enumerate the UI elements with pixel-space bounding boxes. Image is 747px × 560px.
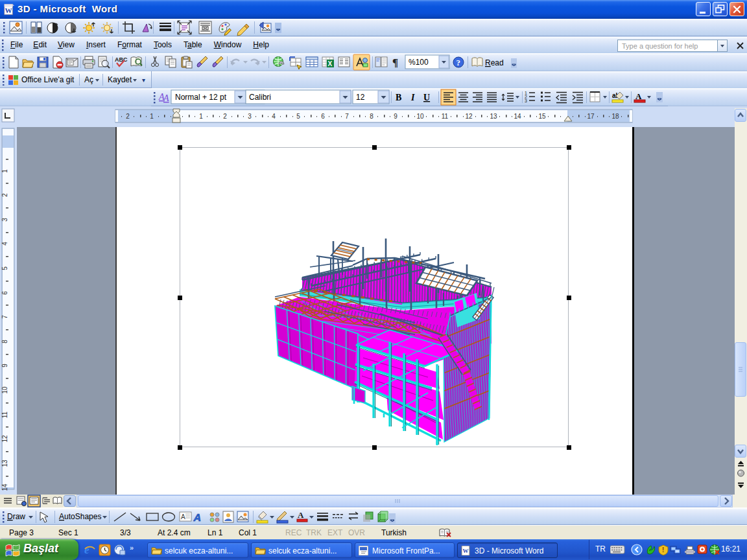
svg-text:13: 13 [490, 113, 497, 120]
svg-text:A: A [193, 511, 203, 523]
svg-text:13: 13 [1, 460, 8, 467]
svg-text:17: 17 [587, 113, 595, 120]
svg-text:3: 3 [1, 218, 8, 222]
svg-text:9: 9 [1, 364, 8, 368]
svg-text:5: 5 [1, 266, 8, 270]
svg-text:9: 9 [394, 113, 397, 120]
svg-text:8: 8 [1, 340, 8, 344]
svg-text:18: 18 [611, 113, 619, 120]
svg-text:A: A [181, 513, 185, 520]
svg-text:11: 11 [442, 113, 449, 120]
svg-text:4: 4 [1, 242, 8, 246]
svg-text:1: 1 [1, 169, 8, 173]
svg-text:AutoShapes: AutoShapes [59, 512, 101, 521]
svg-text:10: 10 [416, 113, 424, 120]
svg-text:6: 6 [1, 291, 8, 295]
svg-text:4: 4 [272, 113, 276, 120]
svg-text:2: 2 [223, 113, 227, 120]
svg-text:2: 2 [126, 113, 130, 120]
svg-text:1: 1 [150, 113, 154, 120]
svg-text:!: ! [662, 546, 664, 554]
svg-text:A: A [298, 510, 304, 520]
svg-text:W: W [463, 548, 469, 554]
svg-text:»: » [130, 544, 134, 552]
svg-text:8: 8 [370, 113, 374, 120]
svg-text:5: 5 [296, 113, 300, 120]
svg-text:15: 15 [538, 113, 546, 120]
svg-text:11: 11 [1, 411, 8, 418]
svg-text:6: 6 [321, 113, 325, 120]
svg-text:10: 10 [1, 386, 8, 394]
svg-text:1: 1 [199, 113, 203, 120]
svg-text:2: 2 [1, 193, 8, 197]
svg-text:3: 3 [248, 113, 252, 120]
svg-text:14: 14 [1, 484, 8, 491]
svg-text:12: 12 [465, 113, 473, 120]
svg-text:14: 14 [514, 113, 521, 120]
svg-text:Draw: Draw [7, 512, 25, 521]
svg-text:7: 7 [1, 315, 8, 319]
svg-text:12: 12 [1, 435, 8, 443]
svg-text:e: e [84, 544, 89, 556]
svg-text:7: 7 [345, 113, 349, 120]
